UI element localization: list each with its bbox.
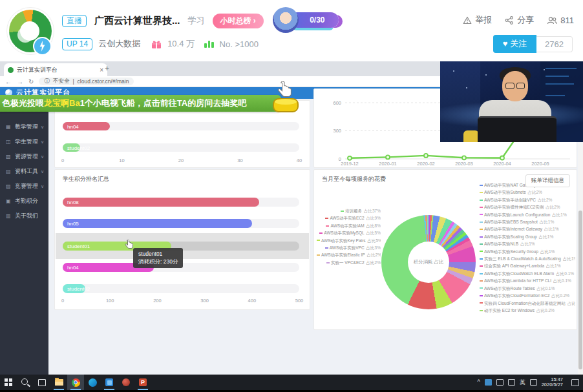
sidebar-menu: ▦教学管理∨◫学生管理∨▧资源管理∨▤资料工具∨▨竞赛管理∨▣考勤积分▥关于我们	[0, 119, 48, 223]
url-field[interactable]: ⓘ 不安全 | cloud.cstor.cn/#/main	[39, 77, 134, 85]
pie-label: 实验一 VPC&EC2占比2%	[315, 259, 381, 266]
tray-expand-icon[interactable]: ^	[477, 378, 480, 385]
gift-icon	[151, 39, 162, 49]
banner-user: 色极光	[2, 98, 27, 108]
chevron-down-icon: ∨	[41, 154, 44, 160]
taskbar-search-button[interactable]	[17, 375, 34, 390]
search-icon	[21, 378, 28, 385]
gift-banner[interactable]: 色极光投喂龙宝啊Ba1个小电视飞船，点击前往TA的房间去抽奖吧	[0, 95, 281, 112]
pie-label: AWS动手实验EBS Snapshot占比1%	[478, 218, 575, 225]
screenshot-stage: 直播 广西云计算世界技... 学习 小时总榜 › 0/30 举报 分享 811	[0, 0, 583, 392]
sidebar-item-关于我们[interactable]: ▥关于我们	[0, 209, 48, 223]
tools-icon: ▤	[6, 169, 12, 174]
taskbar-powerpoint-button[interactable]: P	[134, 375, 151, 390]
tray-app-icon[interactable]	[485, 379, 492, 386]
service-cost-title: 当月至今每项服务的花费	[322, 175, 386, 183]
bar-student02[interactable]: student02	[63, 143, 80, 152]
up-level-badge: UP 14	[62, 38, 92, 50]
mascot-avatar	[273, 7, 299, 33]
taskbar-reader-button[interactable]	[118, 375, 134, 390]
edge-icon	[89, 378, 97, 387]
notification-center-icon[interactable]	[571, 379, 579, 386]
follow-button[interactable]: ♥ 关注	[493, 35, 536, 53]
sidebar-item-资源管理[interactable]: ▧资源管理∨	[0, 149, 48, 164]
sidebar-item-学生管理[interactable]: ◫学生管理∨	[0, 134, 48, 149]
system-tray: ^ 英 15:47 2020/5/27	[477, 375, 579, 390]
tray-device-icon[interactable]	[496, 379, 504, 386]
bill-detail-button[interactable]: 账单详细信息	[525, 174, 570, 187]
bar-track	[63, 284, 299, 293]
browser-tab[interactable]: 云计算实训平台 ×	[4, 63, 107, 76]
taskbar-photos-button[interactable]	[101, 375, 118, 390]
sidebar-item-资料工具[interactable]: ▤资料工具∨	[0, 164, 48, 179]
sidebar-item-教学管理[interactable]: ▦教学管理∨	[0, 119, 48, 134]
bar-row-hn04: hn04	[63, 122, 299, 130]
chevron-down-icon: ∨	[41, 125, 44, 130]
info-icon: ⓘ	[44, 77, 50, 85]
teaching-icon: ▦	[6, 124, 12, 130]
close-tab-icon[interactable]: ×	[100, 67, 103, 74]
pie-label: AWS动手实验Internet Gateway占比1%	[478, 225, 575, 232]
bar-row-student02: student02	[63, 143, 299, 152]
tray-network-icon[interactable]	[508, 379, 515, 386]
svg-text:2020-04: 2020-04	[493, 161, 511, 167]
scrollbar-thumb[interactable]	[578, 211, 582, 369]
pie-label: AWS动手实验Subnets占比2%	[478, 189, 575, 196]
laptop	[478, 116, 556, 142]
report-button[interactable]: 举报	[463, 14, 492, 26]
bar-hn05[interactable]: hn05	[63, 219, 252, 228]
fan-medal[interactable]: 0/30	[273, 9, 337, 32]
stream-header: 直播 广西云计算世界技... 学习 小时总榜 › 0/30 举报 分享 811	[0, 0, 583, 61]
bar-hn08[interactable]: hn08	[63, 198, 259, 207]
pie-label: 培训服务占比37%	[315, 207, 381, 214]
pie-labels-left: 培训服务占比37%AWS动手实验EC2占比9%AWS动手实验IAM占比8%AWS…	[315, 207, 381, 266]
pie-label: AWS动手实验Scaling Group占比1%	[478, 233, 575, 240]
chart-tooltip: student01 消耗积分: 230分	[133, 248, 183, 268]
forward-icon[interactable]: →	[17, 78, 23, 85]
pie-label: AWS动手实验Security Group占比1%	[478, 248, 575, 255]
points-icon: ▣	[6, 198, 12, 204]
bar-student02[interactable]: student02	[63, 284, 85, 293]
bar-hn04[interactable]: hn04	[63, 122, 110, 130]
category-link[interactable]: 学习	[188, 15, 205, 26]
pie-label: AWS动手实验手动创建VPC占比2%	[478, 196, 575, 203]
back-icon[interactable]: ←	[5, 78, 12, 85]
sidebar-item-考勤积分[interactable]: ▣考勤积分	[0, 194, 48, 209]
chevron-down-icon: ∨	[41, 139, 44, 145]
explorer-icon	[55, 379, 63, 386]
taskbar-edge-button[interactable]	[84, 375, 101, 390]
tray-language-icon[interactable]	[530, 379, 537, 386]
donut-center-label: 积分消耗 占比	[408, 242, 449, 283]
taskbar-clock[interactable]: 15:47 2020/5/27	[542, 377, 563, 388]
pie-label: AWS动手实验Key Pairs占比5%	[315, 237, 381, 244]
pie-label: AWS动手实验EC2占比9%	[315, 214, 381, 222]
reader-icon	[122, 378, 130, 386]
bar-row-hn05: hn05	[63, 219, 299, 228]
glove-hand-icon	[275, 81, 293, 98]
ranking-chart-title: 学生积分排名汇总	[63, 175, 109, 183]
ime-indicator[interactable]: 英	[520, 378, 525, 387]
sidebar-item-竞赛管理[interactable]: ▨竞赛管理∨	[0, 179, 48, 194]
hour-rank-button[interactable]: 小时总榜 ›	[213, 14, 264, 28]
resources-icon: ▧	[6, 154, 12, 160]
taskbar-explorer-button[interactable]	[50, 375, 67, 390]
pie-label: AWS动手实验Lambda for HTTP CLI占比0.1%	[478, 277, 575, 284]
mouse-cursor-icon	[125, 240, 133, 252]
ranking-chart-panel: 学生积分排名汇总 hn08hn05student01hn04student020…	[54, 169, 310, 310]
pie-label: AWS动手实验Route Tables占比0.1%	[478, 285, 575, 292]
pie-label: AWS动手实验Launch Configuration占比1%	[478, 211, 575, 218]
lightning-badge-icon	[33, 37, 52, 56]
taskbar-task-view-button[interactable]	[34, 375, 50, 390]
start-icon	[5, 378, 8, 382]
pie-label: AWS动手实验CloudWatch ELB Alarm占比0.1%	[478, 270, 575, 277]
photos-icon	[105, 378, 113, 386]
svg-text:2020-03: 2020-03	[455, 161, 473, 167]
pie-label: AWS动手实验VPC占比3%	[315, 244, 381, 251]
taskbar-chrome-button[interactable]	[67, 375, 84, 390]
taskbar-start-button[interactable]	[0, 375, 17, 390]
new-tab-button[interactable]: +	[105, 64, 109, 73]
reload-icon[interactable]: ↻	[28, 78, 34, 85]
streamer-name[interactable]: 云创大数据	[98, 38, 140, 50]
share-button[interactable]: 分享	[505, 14, 534, 26]
rank-bars-icon	[204, 40, 214, 48]
